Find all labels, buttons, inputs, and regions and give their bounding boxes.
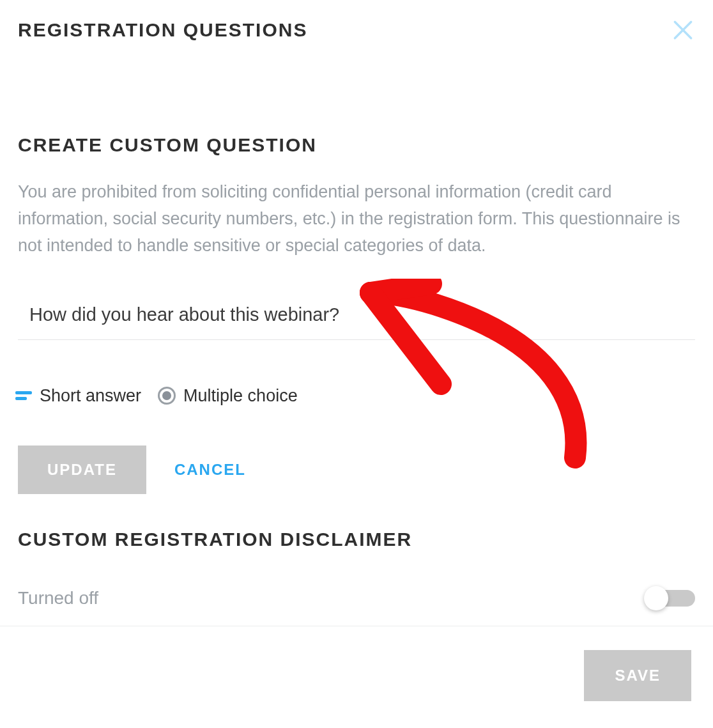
- save-button[interactable]: SAVE: [584, 650, 691, 701]
- disclaimer-row: Turned off: [18, 586, 695, 610]
- section-title: CREATE CUSTOM QUESTION: [18, 134, 695, 156]
- toggle-knob: [644, 586, 668, 610]
- update-button[interactable]: UPDATE: [18, 445, 146, 494]
- short-answer-option[interactable]: Short answer: [18, 386, 141, 406]
- dialog-header: REGISTRATION QUESTIONS: [18, 19, 695, 45]
- answer-type-row: Short answer Multiple choice: [18, 386, 695, 406]
- section-description: You are prohibited from soliciting confi…: [18, 179, 695, 259]
- disclaimer-title: CUSTOM REGISTRATION DISCLAIMER: [18, 529, 695, 550]
- disclaimer-section: CUSTOM REGISTRATION DISCLAIMER Turned of…: [18, 529, 695, 610]
- dialog-footer: SAVE: [0, 626, 713, 728]
- close-button[interactable]: [668, 15, 698, 45]
- create-question-section: CREATE CUSTOM QUESTION You are prohibite…: [18, 134, 695, 494]
- question-button-row: UPDATE CANCEL: [18, 445, 695, 494]
- disclaimer-toggle[interactable]: [644, 586, 695, 610]
- radio-icon: [158, 387, 176, 405]
- short-answer-label: Short answer: [40, 386, 141, 406]
- dialog-title: REGISTRATION QUESTIONS: [18, 19, 307, 41]
- multiple-choice-option[interactable]: Multiple choice: [158, 386, 298, 406]
- question-input[interactable]: [18, 299, 695, 340]
- cancel-button[interactable]: CANCEL: [174, 461, 246, 479]
- registration-questions-dialog: REGISTRATION QUESTIONS CREATE CUSTOM QUE…: [0, 0, 713, 626]
- multiple-choice-label: Multiple choice: [183, 386, 298, 406]
- short-answer-icon: [15, 390, 32, 401]
- disclaimer-status: Turned off: [18, 588, 98, 608]
- close-icon: [671, 18, 695, 42]
